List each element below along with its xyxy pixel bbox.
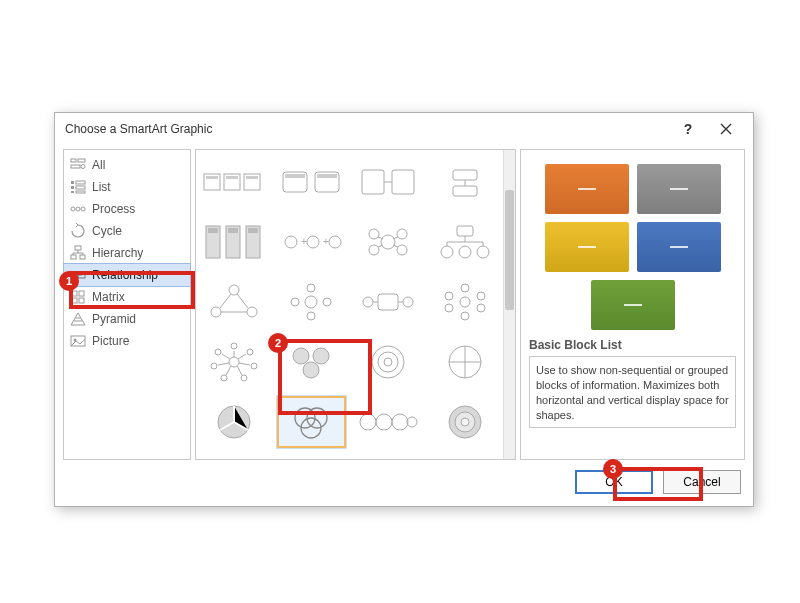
svg-point-44 xyxy=(285,236,297,248)
svg-point-85 xyxy=(313,348,329,364)
gallery-thumb[interactable] xyxy=(354,396,423,448)
svg-point-83 xyxy=(215,349,221,355)
sidebar-item-process[interactable]: Process xyxy=(64,198,190,220)
gallery-thumb[interactable] xyxy=(200,276,269,328)
svg-rect-35 xyxy=(392,170,414,194)
sidebar-item-cycle[interactable]: Cycle xyxy=(64,220,190,242)
svg-rect-54 xyxy=(457,226,473,236)
gallery-scrollbar[interactable] xyxy=(503,150,515,459)
matrix-icon xyxy=(70,289,86,305)
gallery-thumb[interactable] xyxy=(430,156,499,208)
svg-rect-37 xyxy=(453,186,477,196)
svg-rect-13 xyxy=(75,246,81,250)
svg-point-95 xyxy=(360,414,376,430)
gallery-thumb[interactable] xyxy=(430,336,499,388)
svg-point-64 xyxy=(307,312,315,320)
gallery-thumb[interactable]: ++ xyxy=(277,216,346,268)
svg-rect-42 xyxy=(228,228,238,233)
gallery-thumb[interactable] xyxy=(354,156,423,208)
svg-point-89 xyxy=(384,358,392,366)
svg-point-57 xyxy=(477,246,489,258)
sidebar-item-label: Picture xyxy=(92,334,129,348)
close-button[interactable] xyxy=(707,115,745,143)
svg-rect-34 xyxy=(362,170,384,194)
svg-point-11 xyxy=(76,207,80,211)
svg-rect-41 xyxy=(208,228,218,233)
gallery-thumb[interactable] xyxy=(200,216,269,268)
svg-point-53 xyxy=(397,245,407,255)
sidebar-item-pyramid[interactable]: Pyramid xyxy=(64,308,190,330)
svg-point-87 xyxy=(372,346,404,378)
svg-point-71 xyxy=(477,292,485,300)
svg-text:+: + xyxy=(323,236,329,247)
svg-rect-18 xyxy=(72,291,77,296)
svg-point-96 xyxy=(376,414,392,430)
gallery-panel: ++ xyxy=(195,149,516,460)
smartart-dialog: Choose a SmartArt Graphic ? All List Pro… xyxy=(54,112,754,507)
gallery-thumb[interactable] xyxy=(354,336,423,388)
relationship-icon xyxy=(70,267,86,283)
gallery-thumb[interactable] xyxy=(200,336,269,388)
preview-info-desc: Use to show non-sequential or grouped bl… xyxy=(529,356,736,428)
sidebar-item-all[interactable]: All xyxy=(64,154,190,176)
svg-rect-19 xyxy=(79,291,84,296)
gallery-thumb-selected[interactable] xyxy=(277,396,346,448)
scrollbar-thumb[interactable] xyxy=(505,190,514,310)
svg-point-10 xyxy=(71,207,75,211)
gallery-row xyxy=(200,396,499,448)
preview-graphic xyxy=(529,160,736,330)
svg-rect-27 xyxy=(206,176,218,179)
dialog-footer: OK Cancel xyxy=(55,460,753,506)
svg-point-82 xyxy=(211,363,217,369)
svg-point-59 xyxy=(211,307,221,317)
svg-point-84 xyxy=(293,348,309,364)
preview-block xyxy=(637,222,721,272)
gallery-thumb[interactable] xyxy=(430,396,499,448)
help-button[interactable]: ? xyxy=(669,115,707,143)
gallery-thumb[interactable] xyxy=(200,156,269,208)
gallery-thumb[interactable] xyxy=(430,276,499,328)
gallery-thumb[interactable] xyxy=(354,276,423,328)
picture-icon xyxy=(70,333,86,349)
svg-point-86 xyxy=(303,362,319,378)
preview-block xyxy=(545,164,629,214)
svg-rect-5 xyxy=(76,181,85,184)
gallery-grid: ++ xyxy=(196,150,503,459)
sidebar-item-matrix[interactable]: Matrix xyxy=(64,286,190,308)
svg-point-12 xyxy=(81,207,85,211)
sidebar-item-label: Pyramid xyxy=(92,312,136,326)
svg-rect-36 xyxy=(453,170,477,180)
svg-rect-15 xyxy=(80,255,85,259)
gallery-row xyxy=(200,336,499,388)
gallery-thumb[interactable] xyxy=(354,216,423,268)
svg-point-55 xyxy=(441,246,453,258)
svg-point-63 xyxy=(323,298,331,306)
svg-point-50 xyxy=(397,229,407,239)
svg-point-77 xyxy=(231,343,237,349)
sidebar-item-hierarchy[interactable]: Hierarchy xyxy=(64,242,190,264)
sidebar-item-label: All xyxy=(92,158,105,172)
gallery-thumb[interactable] xyxy=(277,336,346,388)
cancel-button[interactable]: Cancel xyxy=(663,470,741,494)
sidebar-item-picture[interactable]: Picture xyxy=(64,330,190,352)
svg-rect-43 xyxy=(248,228,258,233)
svg-rect-9 xyxy=(76,191,85,193)
svg-point-3 xyxy=(81,165,85,169)
sidebar-item-relationship[interactable]: Relationship xyxy=(64,264,190,286)
gallery-thumb[interactable] xyxy=(277,156,346,208)
sidebar-item-label: List xyxy=(92,180,111,194)
svg-point-75 xyxy=(445,292,453,300)
svg-point-72 xyxy=(477,304,485,312)
gallery-thumb[interactable] xyxy=(277,276,346,328)
gallery-row: ++ xyxy=(200,216,499,268)
svg-point-51 xyxy=(381,235,395,249)
svg-point-49 xyxy=(369,229,379,239)
gallery-thumb[interactable] xyxy=(200,456,272,459)
list-icon xyxy=(70,179,86,195)
gallery-row xyxy=(200,276,499,328)
gallery-thumb[interactable] xyxy=(430,216,499,268)
gallery-thumb[interactable] xyxy=(200,396,269,448)
svg-point-67 xyxy=(363,297,373,307)
ok-button[interactable]: OK xyxy=(575,470,653,494)
sidebar-item-list[interactable]: List xyxy=(64,176,190,198)
